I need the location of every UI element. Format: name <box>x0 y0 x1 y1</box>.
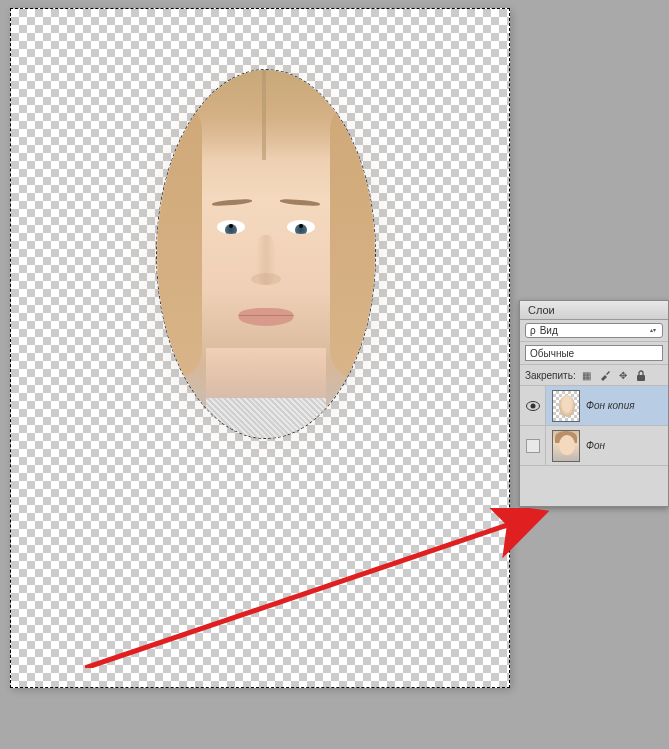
lock-label: Закрепить: <box>525 370 576 381</box>
layer-list: Фон копия Фон <box>520 386 668 506</box>
layer-row-fon[interactable]: Фон <box>520 426 668 466</box>
svg-rect-1 <box>637 375 645 381</box>
canvas-workspace <box>0 0 520 749</box>
layer-name-label[interactable]: Фон копия <box>586 400 668 411</box>
layer-name-label[interactable]: Фон <box>586 440 668 451</box>
face-image <box>157 70 375 438</box>
visibility-off-icon <box>526 439 540 453</box>
lock-brush-icon[interactable] <box>598 368 612 382</box>
layer-thumbnail[interactable] <box>552 430 580 462</box>
layer-visibility-toggle[interactable] <box>520 426 546 465</box>
eye-icon <box>526 401 540 411</box>
svg-point-3 <box>530 403 535 408</box>
lock-all-icon[interactable] <box>634 368 648 382</box>
layer-filter-label: Вид <box>540 325 558 336</box>
blend-mode-dropdown[interactable]: Обычные <box>525 345 663 361</box>
layers-panel: Слои ρ Вид ▴▾ Обычные Закрепить: ▦ ✥ <box>519 300 669 507</box>
lock-position-icon[interactable]: ✥ <box>616 368 630 382</box>
layer-filter-dropdown[interactable]: ρ Вид ▴▾ <box>525 323 663 338</box>
layer-thumbnail[interactable] <box>552 390 580 422</box>
layer-row-fon-kopiya[interactable]: Фон копия <box>520 386 668 426</box>
elliptical-selection[interactable] <box>156 69 376 439</box>
document-canvas[interactable] <box>10 8 510 688</box>
lock-transparency-icon[interactable]: ▦ <box>580 368 594 382</box>
layer-visibility-toggle[interactable] <box>520 386 546 425</box>
panel-title[interactable]: Слои <box>520 301 668 320</box>
